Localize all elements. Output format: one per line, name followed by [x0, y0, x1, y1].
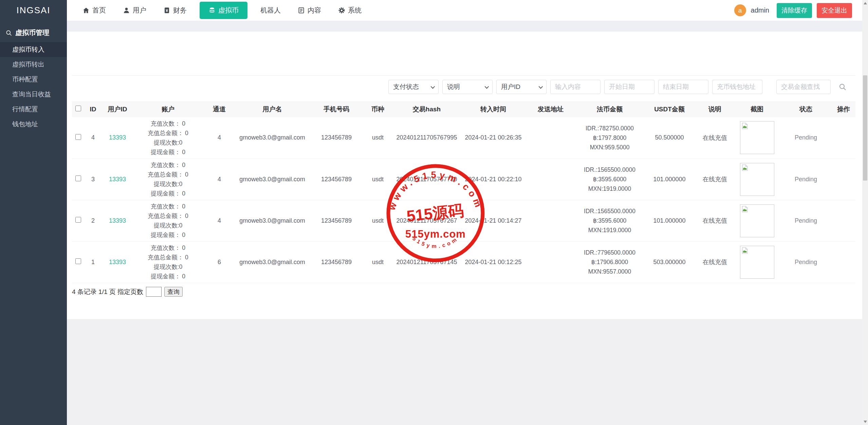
sidebar-item-2[interactable]: 虚拟币转出: [0, 57, 67, 72]
row-userid-cell: 13393: [102, 241, 133, 283]
sidebar-menu: 虚拟币转入虚拟币转出币种配置查询当日收益行情配置钱包地址: [0, 42, 67, 132]
scrollbar-thumb[interactable]: [863, 75, 867, 181]
status-badge: Pending: [795, 134, 817, 141]
main-content-card: 支付状态说明用户ID ID用户ID账户通道用户名手机号码币种交易hash转入时间…: [67, 32, 862, 319]
search-icon: [838, 83, 847, 91]
table-row: 213393充值次数： 0充值总金额： 0提现次数:0提现金额： 04gmowe…: [72, 200, 855, 241]
vertical-scrollbar[interactable]: [862, 0, 868, 425]
nav-tab-2[interactable]: 用户: [119, 2, 150, 18]
top-nav: 首页用户¥财务虚拟币机器人内容系统: [78, 0, 366, 21]
row-hash-cell: 202401211705767730: [392, 159, 462, 200]
user-id-link[interactable]: 13393: [109, 217, 126, 224]
row-username-cell: gmoweb3.0@gmail.com: [236, 117, 309, 159]
user-id-link[interactable]: 13393: [109, 259, 126, 265]
row-phone-cell: 123456789: [309, 117, 364, 159]
row-checkbox[interactable]: [75, 175, 81, 181]
col-header: 转入时间: [462, 101, 525, 117]
nav-tab-3[interactable]: ¥财务: [159, 2, 191, 18]
screenshot-thumbnail[interactable]: [740, 204, 774, 237]
row-username-cell: gmoweb3.0@gmail.com: [236, 200, 309, 241]
row-id-cell: 1: [84, 241, 102, 283]
table-row: 413393充值次数： 0充值总金额： 0提现次数:0提现金额： 04gmowe…: [72, 117, 855, 159]
col-header: 手机号码: [309, 101, 364, 117]
col-header: USDT金额: [643, 101, 696, 117]
pay-status-select[interactable]: 支付状态: [388, 80, 439, 94]
row-send-address-cell: [525, 117, 576, 159]
row-select-cell: [72, 200, 84, 241]
nav-tab-4[interactable]: 虚拟币: [200, 2, 247, 19]
nav-tab-6[interactable]: 内容: [294, 2, 325, 18]
page-number-input[interactable]: [146, 287, 162, 297]
sidebar-item-6[interactable]: 钱包地址: [0, 117, 67, 132]
row-usdt-cell: 101.000000: [643, 200, 696, 241]
nav-tab-label: 用户: [133, 6, 146, 15]
search-button[interactable]: [836, 81, 849, 93]
row-account-cell: 充值次数： 0充值总金额： 0提现次数:0提现金额： 0: [133, 200, 203, 241]
start-date-input[interactable]: [604, 80, 654, 94]
row-actions-cell: [832, 117, 855, 159]
end-date-input[interactable]: [658, 80, 708, 94]
select-all-checkbox[interactable]: [75, 106, 81, 111]
top-header: 首页用户¥财务虚拟币机器人内容系统 a admin 清除缓存 安全退出: [67, 0, 862, 21]
row-status-cell: Pending: [780, 117, 832, 159]
note-select[interactable]: 说明: [442, 80, 493, 94]
select-all-header: [72, 101, 84, 117]
avatar[interactable]: a: [734, 4, 746, 16]
row-account-cell: 充值次数： 0充值总金额： 0提现次数:0提现金额： 0: [133, 241, 203, 283]
row-id-cell: 2: [84, 200, 102, 241]
scrollbar-down-arrow[interactable]: [864, 421, 867, 423]
sidebar-item-5[interactable]: 行情配置: [0, 102, 67, 117]
scrollbar-up-arrow[interactable]: [864, 2, 867, 4]
content-input[interactable]: [550, 80, 601, 94]
nav-tab-label: 机器人: [260, 6, 281, 15]
row-time-cell: 2024-01-21 00:22:10: [462, 159, 525, 200]
chevron-down-icon: [485, 84, 489, 89]
row-time-cell: 2024-01-21 00:14:27: [462, 200, 525, 241]
user-id-link[interactable]: 13393: [109, 134, 126, 141]
row-id-cell: 3: [84, 159, 102, 200]
col-header: 用户ID: [102, 101, 133, 117]
row-hash-cell: 202401211705767995: [392, 117, 462, 159]
row-send-address-cell: [525, 200, 576, 241]
userid-select[interactable]: 用户ID: [496, 80, 547, 94]
table-row: 113393充值次数： 0充值总金额： 0提现次数:0提现金额： 06gmowe…: [72, 241, 855, 283]
row-status-cell: Pending: [780, 200, 832, 241]
table-body: 413393充值次数： 0充值总金额： 0提现次数:0提现金额： 04gmowe…: [72, 117, 855, 283]
row-usdt-cell: 101.000000: [643, 159, 696, 200]
screenshot-thumbnail[interactable]: [740, 246, 774, 279]
status-badge: Pending: [795, 176, 817, 183]
svg-text:¥: ¥: [166, 8, 168, 13]
sidebar-item-3[interactable]: 币种配置: [0, 72, 67, 87]
amount-search-input[interactable]: [776, 80, 831, 94]
row-usdt-cell: 503.000000: [643, 241, 696, 283]
screenshot-thumbnail[interactable]: [740, 121, 774, 154]
logout-button[interactable]: 安全退出: [817, 3, 852, 18]
row-channel-cell: 4: [203, 200, 236, 241]
col-header: 操作: [832, 101, 855, 117]
row-usdt-cell: 50.500000: [643, 117, 696, 159]
filter-bar: 支付状态说明用户ID: [388, 80, 849, 94]
nav-tab-1[interactable]: 首页: [78, 2, 110, 18]
clear-cache-button[interactable]: 清除缓存: [777, 3, 812, 18]
sidebar-section-title: 虚拟币管理: [0, 21, 67, 42]
row-time-cell: 2024-01-21 00:12:25: [462, 241, 525, 283]
nav-tab-label: 首页: [92, 6, 106, 15]
screenshot-thumbnail[interactable]: [740, 163, 774, 196]
pagination: 4 条记录 1/1 页 指定页数 查询: [72, 287, 183, 297]
col-header: 交易hash: [392, 101, 462, 117]
nav-tab-7[interactable]: 系统: [334, 2, 366, 18]
row-checkbox[interactable]: [75, 217, 81, 223]
user-id-link[interactable]: 13393: [109, 176, 126, 183]
select-value: 支付状态: [393, 82, 419, 91]
wallet-address-input[interactable]: [712, 80, 762, 94]
sidebar-item-4[interactable]: 查询当日收益: [0, 87, 67, 102]
page-go-button[interactable]: 查询: [164, 287, 183, 297]
row-checkbox[interactable]: [75, 134, 81, 140]
sidebar-item-1[interactable]: 虚拟币转入: [0, 42, 67, 57]
row-select-cell: [72, 159, 84, 200]
nav-tab-5[interactable]: 机器人: [256, 2, 285, 18]
header-user-area: a admin 清除缓存 安全退出: [734, 3, 862, 18]
row-phone-cell: 123456789: [309, 200, 364, 241]
row-checkbox[interactable]: [75, 258, 81, 264]
nav-tab-label: 系统: [348, 6, 362, 15]
